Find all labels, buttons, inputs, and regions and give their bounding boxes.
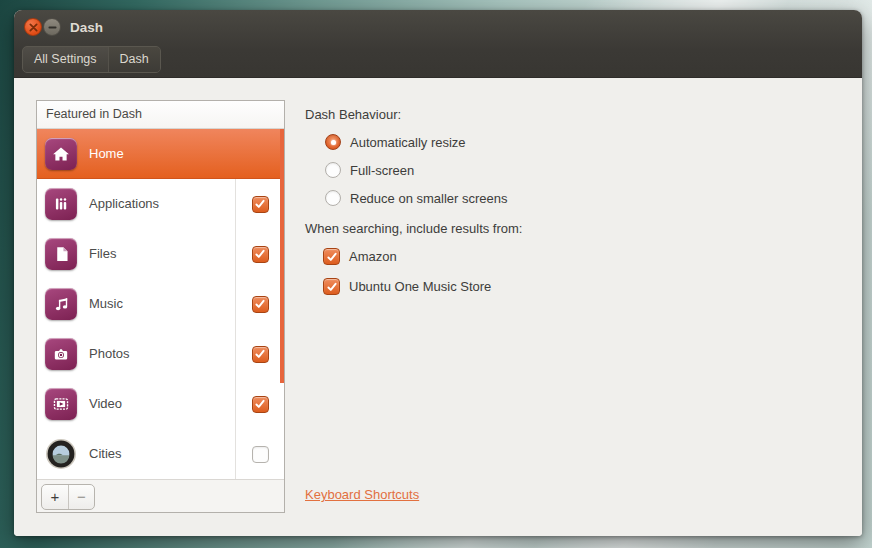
list-item-cities[interactable]: Cities (37, 429, 284, 479)
applications-checkbox[interactable] (252, 196, 269, 213)
content-area: Featured in Dash Home (14, 78, 862, 536)
add-lens-button[interactable]: + (42, 485, 68, 509)
check-icon (254, 298, 266, 310)
checkbox-amazon[interactable]: Amazon (323, 248, 397, 265)
music-icon (45, 288, 77, 320)
radio-selected-icon (325, 134, 341, 150)
list-item-home[interactable]: Home (37, 129, 284, 179)
checkbox-label: Ubuntu One Music Store (349, 279, 491, 294)
dash-behaviour-label: Dash Behaviour: (305, 107, 401, 122)
checkbox-column (235, 329, 284, 379)
minimize-button[interactable] (43, 18, 61, 36)
check-icon (254, 248, 266, 260)
list-item-photos[interactable]: Photos (37, 329, 284, 379)
files-icon (45, 238, 77, 270)
files-checkbox[interactable] (252, 246, 269, 263)
check-icon (326, 251, 338, 263)
lens-list-panel: Featured in Dash Home (36, 100, 285, 513)
keyboard-shortcuts-link[interactable]: Keyboard Shortcuts (305, 487, 419, 502)
close-button[interactable] (24, 18, 42, 36)
home-icon (45, 138, 77, 170)
lens-list-header: Featured in Dash (37, 101, 284, 129)
close-icon (29, 23, 38, 32)
add-remove-group: + − (41, 484, 95, 510)
cities-icon (45, 438, 77, 470)
breadcrumb-dash[interactable]: Dash (109, 47, 160, 72)
radio-icon (325, 162, 341, 178)
radio-automatically-resize[interactable]: Automatically resize (325, 134, 466, 150)
list-item-label: Files (89, 229, 116, 279)
minimize-icon (48, 23, 57, 32)
check-icon (326, 281, 338, 293)
video-checkbox[interactable] (252, 396, 269, 413)
list-item-label: Home (89, 129, 124, 179)
check-icon (254, 198, 266, 210)
settings-window: Dash All Settings Dash Featured in Dash … (14, 10, 862, 536)
list-item-video[interactable]: Video (37, 379, 284, 429)
photos-icon (45, 338, 77, 370)
window-header: Dash All Settings Dash (14, 10, 862, 78)
list-item-applications[interactable]: Applications (37, 179, 284, 229)
cities-checkbox[interactable] (252, 446, 269, 463)
breadcrumb-all-settings[interactable]: All Settings (23, 47, 109, 72)
breadcrumb: All Settings Dash (22, 46, 161, 73)
radio-reduce-smaller-screens[interactable]: Reduce on smaller screens (325, 190, 508, 206)
list-item-label: Music (89, 279, 123, 329)
checkbox-column (235, 229, 284, 279)
checkbox-checked-icon (323, 278, 340, 295)
list-item-label: Applications (89, 179, 159, 229)
list-item-files[interactable]: Files (37, 229, 284, 279)
checkbox-label: Amazon (349, 249, 397, 264)
checkbox-column (235, 279, 284, 329)
lens-list: Home Applications (37, 129, 284, 479)
radio-label: Reduce on smaller screens (350, 191, 508, 206)
photos-checkbox[interactable] (252, 346, 269, 363)
window-title: Dash (70, 10, 103, 46)
remove-lens-button[interactable]: − (68, 485, 94, 509)
search-results-label: When searching, include results from: (305, 221, 522, 236)
checkbox-checked-icon (323, 248, 340, 265)
list-item-label: Video (89, 379, 122, 429)
radio-label: Full-screen (350, 163, 414, 178)
applications-icon (45, 188, 77, 220)
checkbox-column (235, 179, 284, 229)
radio-full-screen[interactable]: Full-screen (325, 162, 414, 178)
check-icon (254, 398, 266, 410)
video-icon (45, 388, 77, 420)
check-icon (254, 348, 266, 360)
checkbox-ubuntu-one-music-store[interactable]: Ubuntu One Music Store (323, 278, 491, 295)
radio-icon (325, 190, 341, 206)
list-item-label: Cities (89, 429, 122, 479)
titlebar: Dash (14, 10, 862, 46)
list-footer-toolbar: + − (37, 479, 284, 512)
list-item-label: Photos (89, 329, 129, 379)
radio-label: Automatically resize (350, 135, 466, 150)
list-item-music[interactable]: Music (37, 279, 284, 329)
music-checkbox[interactable] (252, 296, 269, 313)
list-scrollbar[interactable] (280, 129, 284, 383)
checkbox-column (235, 429, 284, 479)
checkbox-column (235, 379, 284, 429)
